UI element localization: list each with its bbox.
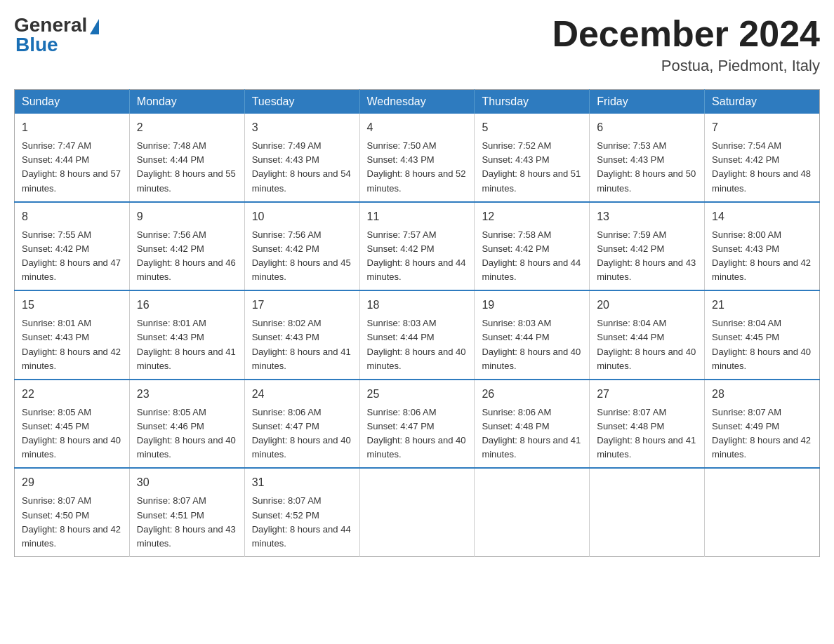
column-header-friday: Friday bbox=[590, 90, 705, 114]
calendar-cell: 17Sunrise: 8:02 AMSunset: 4:43 PMDayligh… bbox=[244, 290, 359, 380]
calendar-cell: 24Sunrise: 8:06 AMSunset: 4:47 PMDayligh… bbox=[244, 380, 359, 469]
day-number: 4 bbox=[367, 119, 468, 136]
day-number: 26 bbox=[482, 386, 582, 403]
day-info: Sunrise: 8:01 AMSunset: 4:43 PMDaylight:… bbox=[22, 318, 121, 370]
logo: General Blue bbox=[14, 14, 99, 56]
day-number: 11 bbox=[367, 208, 468, 225]
title-section: December 2024 Postua, Piedmont, Italy bbox=[552, 14, 820, 75]
page-header: General Blue December 2024 Postua, Piedm… bbox=[14, 14, 820, 75]
calendar-cell bbox=[475, 468, 590, 556]
calendar-cell: 31Sunrise: 8:07 AMSunset: 4:52 PMDayligh… bbox=[244, 468, 359, 556]
day-info: Sunrise: 8:07 AMSunset: 4:52 PMDaylight:… bbox=[252, 495, 351, 548]
calendar-cell: 15Sunrise: 8:01 AMSunset: 4:43 PMDayligh… bbox=[15, 290, 130, 380]
logo-blue-text: Blue bbox=[15, 34, 58, 56]
day-info: Sunrise: 8:05 AMSunset: 4:46 PMDaylight:… bbox=[137, 407, 236, 459]
day-number: 8 bbox=[22, 208, 122, 225]
day-number: 22 bbox=[22, 386, 122, 403]
logo-triangle-icon bbox=[90, 19, 99, 34]
calendar-cell: 27Sunrise: 8:07 AMSunset: 4:48 PMDayligh… bbox=[590, 380, 705, 469]
column-header-wednesday: Wednesday bbox=[359, 90, 475, 114]
day-number: 13 bbox=[597, 208, 697, 225]
day-number: 5 bbox=[482, 119, 582, 136]
day-info: Sunrise: 8:07 AMSunset: 4:48 PMDaylight:… bbox=[597, 407, 696, 459]
calendar-cell: 1Sunrise: 7:47 AMSunset: 4:44 PMDaylight… bbox=[15, 114, 130, 202]
calendar-cell: 7Sunrise: 7:54 AMSunset: 4:42 PMDaylight… bbox=[705, 114, 820, 202]
calendar-cell: 12Sunrise: 7:58 AMSunset: 4:42 PMDayligh… bbox=[475, 202, 590, 291]
day-number: 6 bbox=[597, 119, 697, 136]
calendar-week-row: 29Sunrise: 8:07 AMSunset: 4:50 PMDayligh… bbox=[15, 468, 820, 556]
calendar-week-row: 8Sunrise: 7:55 AMSunset: 4:42 PMDaylight… bbox=[15, 202, 820, 291]
column-header-sunday: Sunday bbox=[15, 90, 130, 114]
day-number: 12 bbox=[482, 208, 582, 225]
day-info: Sunrise: 7:50 AMSunset: 4:43 PMDaylight:… bbox=[367, 140, 466, 193]
day-info: Sunrise: 7:56 AMSunset: 4:42 PMDaylight:… bbox=[252, 229, 351, 282]
calendar-week-row: 1Sunrise: 7:47 AMSunset: 4:44 PMDaylight… bbox=[15, 114, 820, 202]
calendar-cell bbox=[359, 468, 475, 556]
day-number: 24 bbox=[252, 386, 352, 403]
calendar-cell: 30Sunrise: 8:07 AMSunset: 4:51 PMDayligh… bbox=[129, 468, 244, 556]
day-info: Sunrise: 7:59 AMSunset: 4:42 PMDaylight:… bbox=[597, 229, 696, 282]
calendar-cell: 5Sunrise: 7:52 AMSunset: 4:43 PMDaylight… bbox=[475, 114, 590, 202]
day-number: 2 bbox=[137, 119, 237, 136]
calendar-cell: 29Sunrise: 8:07 AMSunset: 4:50 PMDayligh… bbox=[15, 468, 130, 556]
day-info: Sunrise: 7:54 AMSunset: 4:42 PMDaylight:… bbox=[712, 140, 811, 193]
month-title: December 2024 bbox=[552, 14, 820, 54]
day-info: Sunrise: 8:03 AMSunset: 4:44 PMDaylight:… bbox=[367, 318, 466, 370]
day-number: 21 bbox=[712, 297, 812, 314]
day-info: Sunrise: 8:04 AMSunset: 4:45 PMDaylight:… bbox=[712, 318, 811, 370]
calendar-cell: 3Sunrise: 7:49 AMSunset: 4:43 PMDaylight… bbox=[244, 114, 359, 202]
day-info: Sunrise: 8:04 AMSunset: 4:44 PMDaylight:… bbox=[597, 318, 696, 370]
column-header-saturday: Saturday bbox=[705, 90, 820, 114]
calendar-cell: 13Sunrise: 7:59 AMSunset: 4:42 PMDayligh… bbox=[590, 202, 705, 291]
day-number: 29 bbox=[22, 474, 122, 491]
calendar-cell: 9Sunrise: 7:56 AMSunset: 4:42 PMDaylight… bbox=[129, 202, 244, 291]
day-number: 30 bbox=[137, 474, 237, 491]
day-info: Sunrise: 8:06 AMSunset: 4:47 PMDaylight:… bbox=[252, 407, 351, 459]
day-info: Sunrise: 7:56 AMSunset: 4:42 PMDaylight:… bbox=[137, 229, 236, 282]
calendar-week-row: 15Sunrise: 8:01 AMSunset: 4:43 PMDayligh… bbox=[15, 290, 820, 380]
day-info: Sunrise: 8:07 AMSunset: 4:50 PMDaylight:… bbox=[22, 495, 121, 548]
day-info: Sunrise: 8:07 AMSunset: 4:49 PMDaylight:… bbox=[712, 407, 811, 459]
calendar-cell: 26Sunrise: 8:06 AMSunset: 4:48 PMDayligh… bbox=[475, 380, 590, 469]
calendar-table: SundayMondayTuesdayWednesdayThursdayFrid… bbox=[14, 89, 820, 557]
day-number: 9 bbox=[137, 208, 237, 225]
calendar-header-row: SundayMondayTuesdayWednesdayThursdayFrid… bbox=[15, 90, 820, 114]
calendar-cell: 23Sunrise: 8:05 AMSunset: 4:46 PMDayligh… bbox=[129, 380, 244, 469]
day-info: Sunrise: 8:07 AMSunset: 4:51 PMDaylight:… bbox=[137, 495, 236, 548]
column-header-monday: Monday bbox=[129, 90, 244, 114]
day-number: 1 bbox=[22, 119, 122, 136]
day-number: 14 bbox=[712, 208, 812, 225]
day-info: Sunrise: 8:00 AMSunset: 4:43 PMDaylight:… bbox=[712, 229, 811, 282]
calendar-week-row: 22Sunrise: 8:05 AMSunset: 4:45 PMDayligh… bbox=[15, 380, 820, 469]
day-info: Sunrise: 8:06 AMSunset: 4:48 PMDaylight:… bbox=[482, 407, 581, 459]
calendar-cell: 10Sunrise: 7:56 AMSunset: 4:42 PMDayligh… bbox=[244, 202, 359, 291]
day-info: Sunrise: 7:48 AMSunset: 4:44 PMDaylight:… bbox=[137, 140, 236, 193]
day-number: 15 bbox=[22, 297, 122, 314]
location-subtitle: Postua, Piedmont, Italy bbox=[552, 57, 820, 75]
day-number: 18 bbox=[367, 297, 468, 314]
day-info: Sunrise: 8:01 AMSunset: 4:43 PMDaylight:… bbox=[137, 318, 236, 370]
day-info: Sunrise: 7:47 AMSunset: 4:44 PMDaylight:… bbox=[22, 140, 121, 193]
calendar-cell: 2Sunrise: 7:48 AMSunset: 4:44 PMDaylight… bbox=[129, 114, 244, 202]
calendar-cell: 22Sunrise: 8:05 AMSunset: 4:45 PMDayligh… bbox=[15, 380, 130, 469]
day-info: Sunrise: 8:02 AMSunset: 4:43 PMDaylight:… bbox=[252, 318, 351, 370]
calendar-cell: 19Sunrise: 8:03 AMSunset: 4:44 PMDayligh… bbox=[475, 290, 590, 380]
calendar-cell: 6Sunrise: 7:53 AMSunset: 4:43 PMDaylight… bbox=[590, 114, 705, 202]
column-header-thursday: Thursday bbox=[475, 90, 590, 114]
day-info: Sunrise: 7:53 AMSunset: 4:43 PMDaylight:… bbox=[597, 140, 696, 193]
day-number: 23 bbox=[137, 386, 237, 403]
calendar-cell: 8Sunrise: 7:55 AMSunset: 4:42 PMDaylight… bbox=[15, 202, 130, 291]
day-number: 20 bbox=[597, 297, 697, 314]
day-number: 7 bbox=[712, 119, 812, 136]
day-info: Sunrise: 8:05 AMSunset: 4:45 PMDaylight:… bbox=[22, 407, 121, 459]
calendar-cell: 28Sunrise: 8:07 AMSunset: 4:49 PMDayligh… bbox=[705, 380, 820, 469]
day-info: Sunrise: 8:06 AMSunset: 4:47 PMDaylight:… bbox=[367, 407, 466, 459]
day-number: 19 bbox=[482, 297, 582, 314]
calendar-cell: 14Sunrise: 8:00 AMSunset: 4:43 PMDayligh… bbox=[705, 202, 820, 291]
day-info: Sunrise: 7:58 AMSunset: 4:42 PMDaylight:… bbox=[482, 229, 581, 282]
day-number: 28 bbox=[712, 386, 812, 403]
calendar-cell: 21Sunrise: 8:04 AMSunset: 4:45 PMDayligh… bbox=[705, 290, 820, 380]
day-number: 25 bbox=[367, 386, 468, 403]
day-number: 10 bbox=[252, 208, 352, 225]
calendar-cell bbox=[705, 468, 820, 556]
